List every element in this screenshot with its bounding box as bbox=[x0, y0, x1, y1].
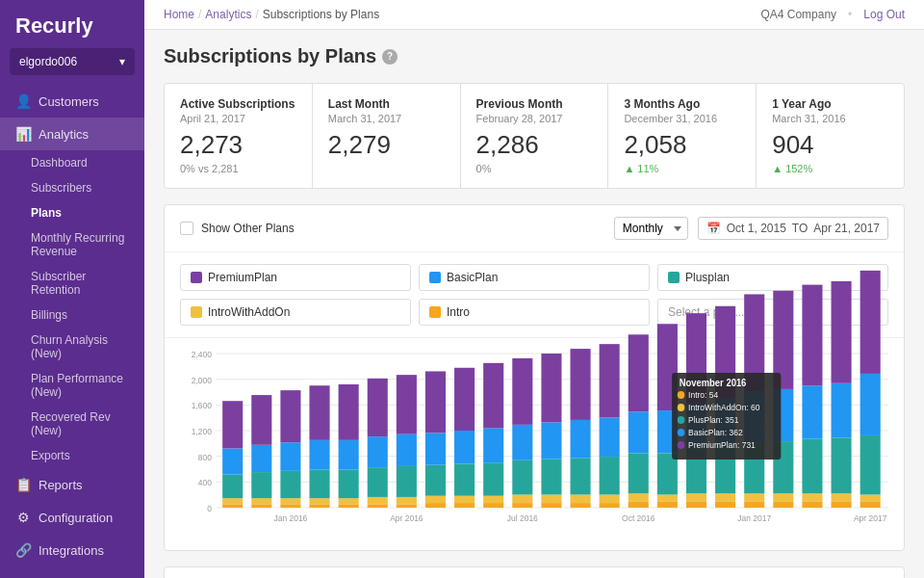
svg-rect-123 bbox=[802, 285, 822, 386]
plan-label: Plusplan bbox=[685, 271, 730, 284]
sidebar-sub-exports[interactable]: Exports bbox=[0, 443, 144, 468]
sidebar-sub-dashboard[interactable]: Dashboard bbox=[0, 150, 144, 175]
svg-rect-44 bbox=[368, 379, 388, 436]
page-content: Subscriptions by Plans ? Active Subscrip… bbox=[144, 30, 924, 578]
stat-3months: 3 Months Ago December 31, 2016 2,058 ▲ 1… bbox=[608, 84, 757, 188]
svg-rect-114 bbox=[773, 502, 793, 508]
calendar-icon: 📅 bbox=[706, 222, 721, 235]
svg-point-141 bbox=[678, 416, 685, 424]
stat-label: Previous Month bbox=[476, 97, 593, 111]
breadcrumb-analytics[interactable]: Analytics bbox=[205, 8, 251, 21]
stat-date: April 21, 2017 bbox=[180, 113, 296, 124]
stat-change: ▲ 11% bbox=[624, 163, 740, 174]
svg-text:November 2016: November 2016 bbox=[680, 378, 747, 388]
sidebar-sub-subscribers[interactable]: Subscribers bbox=[0, 175, 144, 200]
period-select[interactable]: Monthly Weekly Daily bbox=[614, 217, 688, 240]
intro-color-dot bbox=[429, 306, 441, 318]
svg-rect-131 bbox=[860, 435, 881, 495]
stat-prev-month: Previous Month February 28, 2017 2,286 0… bbox=[461, 84, 609, 188]
table-section: Subscriptions by Plan Download CSV Date … bbox=[164, 566, 905, 578]
svg-rect-65 bbox=[483, 363, 503, 429]
plan-tag-intro-addon[interactable]: IntroWithAddOn bbox=[180, 299, 411, 326]
svg-text:Jan 2016: Jan 2016 bbox=[273, 513, 307, 523]
svg-rect-14 bbox=[222, 504, 243, 508]
stat-last-month: Last Month March 31, 2017 2,279 bbox=[313, 84, 461, 188]
sidebar-item-analytics[interactable]: 📊 Analytics bbox=[0, 118, 144, 150]
svg-rect-24 bbox=[280, 504, 300, 508]
sidebar-sub-plan-perf[interactable]: Plan Performance (New) bbox=[0, 366, 144, 405]
sidebar-item-label: Integrations bbox=[38, 543, 104, 558]
svg-rect-125 bbox=[832, 493, 852, 502]
company-name: QA4 Company bbox=[760, 8, 836, 21]
svg-rect-16 bbox=[222, 475, 243, 499]
sidebar-sub-billings[interactable]: Billings bbox=[0, 302, 144, 328]
svg-rect-69 bbox=[512, 425, 532, 460]
svg-text:2,400: 2,400 bbox=[192, 350, 212, 359]
stats-row: Active Subscriptions April 21, 2017 2,27… bbox=[164, 83, 905, 189]
sidebar-sub-mrr[interactable]: Monthly Recurring Revenue bbox=[0, 225, 144, 264]
breadcrumb-home[interactable]: Home bbox=[164, 8, 194, 21]
sidebar-item-integrations[interactable]: 🔗 Integrations bbox=[0, 534, 144, 566]
svg-rect-28 bbox=[280, 390, 300, 442]
svg-rect-30 bbox=[309, 504, 329, 508]
bar-chart: 04008001,2001,6002,0002,400Jan 2016Apr 2… bbox=[165, 338, 904, 550]
svg-rect-22 bbox=[251, 445, 271, 472]
show-other-plans-toggle[interactable]: Show Other Plans bbox=[180, 222, 295, 235]
show-other-plans-label: Show Other Plans bbox=[201, 222, 295, 235]
sidebar-sub-plans[interactable]: Plans bbox=[0, 200, 144, 225]
svg-rect-21 bbox=[251, 472, 271, 498]
stat-1year: 1 Year Ago March 31, 2016 904 ▲ 152% bbox=[757, 84, 904, 188]
svg-rect-34 bbox=[309, 385, 329, 440]
user-dropdown[interactable]: elgordo006 ▾ bbox=[10, 48, 135, 75]
sidebar-item-label: Configuration bbox=[38, 511, 113, 525]
svg-text:800: 800 bbox=[198, 452, 212, 461]
svg-rect-61 bbox=[483, 503, 503, 508]
sidebar-sub-churn[interactable]: Churn Analysis (New) bbox=[0, 328, 144, 366]
page-title-row: Subscriptions by Plans ? bbox=[164, 45, 905, 67]
svg-point-143 bbox=[678, 429, 685, 436]
topbar-right: QA4 Company • Log Out bbox=[760, 8, 905, 21]
svg-rect-53 bbox=[425, 465, 446, 496]
sidebar-item-label: Reports bbox=[38, 478, 83, 492]
plan-tag-plus[interactable]: Plusplan bbox=[657, 264, 888, 291]
svg-rect-119 bbox=[802, 502, 822, 508]
sidebar-sub-recovered[interactable]: Recovered Rev (New) bbox=[0, 405, 144, 443]
info-icon[interactable]: ? bbox=[382, 49, 398, 65]
plan-tag-intro[interactable]: Intro bbox=[419, 299, 650, 326]
svg-text:Apr 2016: Apr 2016 bbox=[390, 513, 424, 523]
date-range[interactable]: 📅 Oct 1, 2015 TO Apr 21, 2017 bbox=[698, 217, 888, 240]
svg-rect-128 bbox=[832, 281, 852, 383]
svg-rect-127 bbox=[832, 383, 852, 438]
svg-rect-42 bbox=[368, 467, 388, 497]
breadcrumb: Home / Analytics / Subscriptions by Plan… bbox=[164, 8, 379, 21]
customers-icon: 👤 bbox=[15, 93, 31, 109]
show-other-plans-checkbox[interactable] bbox=[180, 222, 193, 235]
svg-text:PlusPlan: 351: PlusPlan: 351 bbox=[688, 415, 738, 425]
logout-link[interactable]: Log Out bbox=[863, 8, 905, 21]
svg-rect-37 bbox=[339, 470, 359, 499]
sidebar-item-configuration[interactable]: ⚙ Configuration bbox=[0, 501, 144, 534]
sidebar-item-developers[interactable]: 💻 Developers bbox=[0, 566, 144, 578]
plan-tag-premium[interactable]: PremiumPlan bbox=[180, 264, 411, 291]
svg-rect-68 bbox=[512, 460, 532, 495]
sidebar-item-label: Customers bbox=[38, 94, 99, 109]
stat-date: December 31, 2016 bbox=[624, 113, 740, 124]
svg-rect-132 bbox=[860, 374, 881, 435]
date-from: Oct 1, 2015 bbox=[727, 222, 786, 235]
svg-rect-32 bbox=[309, 470, 329, 499]
plan-label: PremiumPlan bbox=[208, 271, 277, 284]
svg-rect-54 bbox=[425, 433, 446, 464]
analytics-icon: 📊 bbox=[15, 126, 31, 142]
svg-text:2,000: 2,000 bbox=[192, 375, 212, 384]
svg-rect-76 bbox=[541, 354, 561, 422]
svg-rect-104 bbox=[715, 493, 735, 502]
svg-rect-20 bbox=[251, 498, 271, 504]
plan-tag-basic[interactable]: BasicPlan bbox=[419, 264, 650, 291]
sidebar-item-customers[interactable]: 👤 Customers bbox=[0, 85, 144, 118]
stat-value: 2,273 bbox=[180, 130, 296, 160]
svg-rect-15 bbox=[222, 498, 243, 504]
sidebar-item-reports[interactable]: 📋 Reports bbox=[0, 468, 144, 501]
svg-rect-45 bbox=[397, 504, 417, 508]
sidebar-sub-retention[interactable]: Subscriber Retention bbox=[0, 264, 144, 302]
svg-rect-59 bbox=[454, 431, 475, 463]
